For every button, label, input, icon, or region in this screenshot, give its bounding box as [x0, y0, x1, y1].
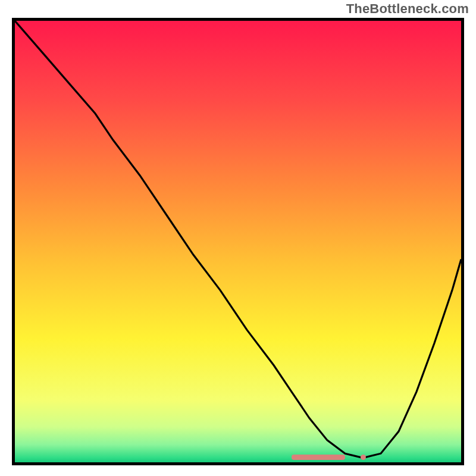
sweet-spot-bar: [292, 455, 345, 460]
curve-path: [15, 21, 461, 458]
watermark-text: TheBottleneck.com: [346, 1, 469, 17]
chart-frame: [12, 18, 464, 465]
chart-curve-layer: [15, 21, 461, 462]
